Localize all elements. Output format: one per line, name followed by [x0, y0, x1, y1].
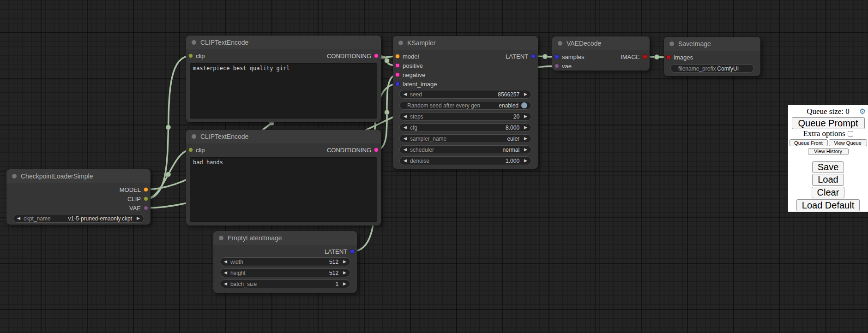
decrement-arrow-icon[interactable]: ◀ — [404, 114, 407, 119]
node-title-bar: SaveImage — [664, 37, 760, 51]
slot-row: clip CONDITIONING — [186, 145, 381, 155]
node-title-bar: CLIPTextEncode — [186, 130, 381, 143]
decrement-arrow-icon[interactable]: ◀ — [17, 216, 20, 220]
node-title-bar: CheckpointLoaderSimple — [6, 169, 151, 183]
output-port-clip[interactable] — [144, 196, 148, 201]
node-collapse-dot[interactable] — [558, 41, 562, 46]
input-port-positive[interactable] — [395, 63, 400, 68]
node-title: CLIPTextEncode — [200, 133, 248, 140]
input-label-clip: clip — [196, 147, 205, 154]
node-empty-latent-image[interactable]: EmptyLatentImage LATENT ◀ width 512 ▶ ◀ … — [213, 231, 357, 293]
clear-button[interactable]: Clear — [812, 187, 845, 199]
decrement-arrow-icon[interactable]: ◀ — [404, 148, 407, 152]
widget-scheduler[interactable]: ◀ scheduler normal ▶ — [399, 145, 531, 154]
output-port-conditioning[interactable] — [374, 148, 379, 152]
output-port-latent[interactable] — [350, 249, 355, 254]
node-collapse-dot[interactable] — [12, 174, 17, 178]
input-label-latent-image: latent_image — [403, 81, 437, 88]
widget-sampler-name[interactable]: ◀ sampler_name euler ▶ — [399, 134, 531, 143]
widget-filename-prefix[interactable]: filename_prefix ComfyUI — [670, 64, 754, 73]
decrement-arrow-icon[interactable]: ◀ — [404, 159, 407, 163]
increment-arrow-icon[interactable]: ▶ — [343, 260, 346, 264]
input-label-images: images — [674, 54, 693, 61]
input-port-clip[interactable] — [188, 54, 193, 58]
settings-gear-icon[interactable]: ⚙ — [859, 107, 866, 116]
increment-arrow-icon[interactable]: ▶ — [524, 148, 527, 152]
increment-arrow-icon[interactable]: ▶ — [524, 159, 527, 163]
node-title: CheckpointLoaderSimple — [21, 172, 93, 180]
decrement-arrow-icon[interactable]: ◀ — [224, 260, 227, 264]
node-collapse-dot[interactable] — [192, 134, 196, 139]
slot-row: positive — [393, 61, 538, 70]
widget-seed[interactable]: ◀ seed 8566257 ▶ — [399, 90, 531, 99]
input-port-vae[interactable] — [555, 64, 559, 68]
input-port-negative[interactable] — [395, 72, 400, 77]
queue-prompt-button[interactable]: Queue Prompt — [792, 117, 865, 129]
increment-arrow-icon[interactable]: ▶ — [137, 216, 140, 220]
input-port-samples[interactable] — [555, 54, 559, 59]
output-label-clip: CLIP — [127, 196, 141, 202]
load-default-button[interactable]: Load Default — [796, 199, 860, 211]
slot-row: clip CONDITIONING — [186, 51, 381, 60]
input-port-clip[interactable] — [188, 148, 193, 152]
input-port-model[interactable] — [395, 54, 400, 59]
node-clip-text-encode-positive[interactable]: CLIPTextEncode clip CONDITIONING masterp… — [186, 36, 381, 122]
comfy-menu-panel: Queue size: 0 ⚙ Queue Prompt Extra optio… — [788, 105, 868, 212]
input-port-latent-image[interactable] — [395, 82, 400, 86]
output-row: CLIP — [6, 194, 151, 203]
widget-batch-size[interactable]: ◀ batch_size 1 ▶ — [220, 279, 350, 288]
slot-row: vae — [552, 61, 650, 71]
decrement-arrow-icon[interactable]: ◀ — [224, 282, 227, 286]
node-checkpoint-loader-simple[interactable]: CheckpointLoaderSimple MODEL CLIP VAE ◀ … — [6, 169, 151, 225]
increment-arrow-icon[interactable]: ▶ — [524, 125, 527, 130]
input-label-samples: samples — [562, 54, 584, 60]
increment-arrow-icon[interactable]: ▶ — [524, 137, 527, 141]
increment-arrow-icon[interactable]: ▶ — [524, 92, 527, 96]
input-label-positive: positive — [403, 62, 423, 69]
output-port-image[interactable] — [643, 54, 647, 59]
input-port-images[interactable] — [666, 55, 671, 59]
input-label-model: model — [403, 53, 419, 60]
node-vae-decode[interactable]: VAEDecode samples IMAGE vae — [552, 36, 650, 71]
output-port-conditioning[interactable] — [374, 54, 379, 58]
widget-width[interactable]: ◀ width 512 ▶ — [220, 257, 350, 266]
toggle-dot-icon[interactable] — [521, 102, 527, 108]
slot-row: negative — [393, 70, 538, 79]
output-port-vae[interactable] — [144, 206, 148, 210]
load-button[interactable]: Load — [812, 174, 844, 186]
decrement-arrow-icon[interactable]: ◀ — [404, 137, 407, 141]
node-graph-canvas[interactable]: CheckpointLoaderSimple MODEL CLIP VAE ◀ … — [0, 0, 868, 333]
output-port-latent[interactable] — [531, 54, 536, 59]
node-title-bar: VAEDecode — [552, 36, 650, 50]
node-collapse-dot[interactable] — [398, 41, 403, 45]
increment-arrow-icon[interactable]: ▶ — [343, 282, 346, 286]
widget-ckpt-name[interactable]: ◀ ckpt_name v1-5-pruned-emaonly.ckpt ▶ — [13, 214, 144, 223]
node-clip-text-encode-negative[interactable]: CLIPTextEncode clip CONDITIONING bad han… — [186, 130, 381, 226]
node-collapse-dot[interactable] — [192, 40, 196, 45]
view-queue-button[interactable]: View Queue — [829, 139, 867, 146]
slot-row: latent_image — [393, 79, 538, 89]
widget-denoise[interactable]: ◀ denoise 1.000 ▶ — [399, 156, 531, 165]
extra-options-checkbox[interactable] — [848, 131, 853, 137]
widget-height[interactable]: ◀ height 512 ▶ — [220, 268, 350, 277]
decrement-arrow-icon[interactable]: ◀ — [224, 271, 227, 275]
node-collapse-dot[interactable] — [669, 42, 674, 46]
node-collapse-dot[interactable] — [219, 236, 223, 240]
view-history-button[interactable]: View History — [808, 148, 849, 155]
increment-arrow-icon[interactable]: ▶ — [343, 271, 346, 275]
decrement-arrow-icon[interactable]: ◀ — [404, 125, 407, 130]
queue-front-button[interactable]: Queue Front — [790, 139, 828, 146]
widget-steps[interactable]: ◀ steps 20 ▶ — [399, 112, 531, 121]
node-save-image[interactable]: SaveImage images filename_prefix ComfyUI — [664, 37, 760, 76]
widget-random-seed-toggle[interactable]: Random seed after every gen enabled — [399, 101, 531, 110]
save-button[interactable]: Save — [812, 161, 844, 173]
increment-arrow-icon[interactable]: ▶ — [524, 114, 527, 119]
node-ksampler[interactable]: KSampler model LATENT positive negative … — [393, 36, 538, 169]
slot-row: samples IMAGE — [552, 52, 650, 61]
widget-cfg[interactable]: ◀ cfg 8.000 ▶ — [399, 123, 531, 132]
positive-prompt-textarea[interactable]: masterpiece best quality girl — [190, 63, 377, 119]
output-port-model[interactable] — [144, 187, 148, 192]
output-label-latent: LATENT — [506, 53, 528, 60]
negative-prompt-textarea[interactable]: bad hands — [190, 157, 377, 222]
decrement-arrow-icon[interactable]: ◀ — [404, 92, 407, 96]
